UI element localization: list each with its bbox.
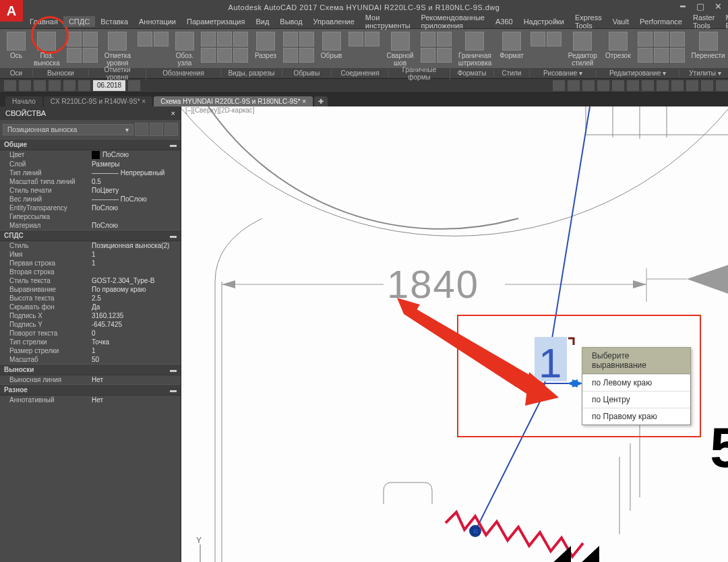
document-tab[interactable]: Начало — [5, 96, 42, 106]
ribbon-button[interactable]: Отметкауровня — [100, 32, 135, 68]
popup-item-right[interactable]: по Правому краю — [582, 408, 690, 425]
ribbon-tab[interactable]: Vault — [607, 16, 634, 27]
ribbon-small-button[interactable] — [670, 32, 685, 46]
ribbon-tab[interactable]: Raster Tools — [688, 12, 720, 31]
qat-icon[interactable] — [553, 80, 565, 91]
qat-icon[interactable] — [128, 80, 140, 91]
select-objects-icon[interactable] — [164, 123, 178, 136]
document-tab[interactable]: CX R210LC-9S и R140W-9S* × — [44, 96, 152, 106]
properties-row[interactable]: СтильПозиционная выноска(2) — [0, 241, 181, 250]
ribbon-small-button[interactable] — [530, 32, 545, 46]
ribbon-panel-label[interactable]: Граничные формы — [389, 66, 450, 81]
property-value[interactable] — [92, 268, 181, 276]
ribbon-small-button[interactable] — [638, 48, 653, 63]
ribbon-button[interactable]: Отрезок — [601, 32, 635, 68]
ribbon-small-button[interactable] — [233, 32, 248, 46]
ribbon-panel-label[interactable]: Редактирование ▾ — [597, 69, 679, 77]
ribbon-panel-label[interactable]: Утилиты ▾ — [679, 69, 728, 77]
ribbon-button[interactable]: Разрез — [251, 32, 280, 68]
ribbon-small-button[interactable] — [154, 32, 169, 46]
qat-icon[interactable] — [63, 80, 75, 91]
quick-access-toolbar[interactable]: 06.2018 — [0, 78, 728, 93]
ribbon-panel-label[interactable]: Рисование ▾ — [530, 69, 597, 77]
properties-row[interactable]: Тип стрелкиТочка — [0, 338, 181, 346]
qat-icon[interactable] — [657, 80, 669, 91]
properties-row[interactable]: ЦветПоСлою — [0, 150, 181, 160]
tab-close-icon[interactable]: × — [140, 98, 146, 105]
ribbon-tab[interactable]: СПДС — [63, 16, 95, 27]
property-value[interactable]: По правому краю — [92, 286, 181, 293]
properties-row[interactable]: Первая строка1 — [0, 259, 181, 268]
ribbon-tab[interactable]: Параметризация — [181, 16, 250, 27]
ribbon-small-button[interactable] — [299, 32, 314, 46]
qat-icon[interactable] — [627, 80, 639, 91]
ribbon-small-button[interactable] — [437, 48, 452, 63]
ribbon-tab[interactable]: Аннотации — [133, 16, 181, 27]
qat-icon[interactable] — [49, 80, 61, 91]
ribbon-tab[interactable]: A360 — [490, 16, 518, 27]
qat-icon[interactable] — [78, 80, 90, 91]
panel-close-icon[interactable]: × — [171, 109, 175, 117]
property-value[interactable]: ПоСлою — [92, 222, 181, 229]
ribbon-button[interactable]: Граничнаяштриховка — [454, 32, 496, 68]
properties-row[interactable]: СлойРазмеры — [0, 160, 181, 168]
popup-item-center[interactable]: по Центру — [582, 391, 690, 408]
ribbon-small-button[interactable] — [201, 32, 216, 46]
toggle-pickadd-icon[interactable] — [150, 123, 163, 136]
property-value[interactable]: Точка — [92, 338, 181, 346]
properties-row[interactable]: МатериалПоСлою — [0, 221, 181, 230]
ribbon-button[interactable]: Ось — [3, 32, 30, 68]
app-logo[interactable]: A — [0, 0, 23, 22]
property-value[interactable]: ПоСлою — [92, 151, 181, 159]
qat-icon[interactable] — [597, 80, 609, 91]
ribbon-tab[interactable]: Рекомендованные приложения — [416, 12, 490, 31]
qat-date-field[interactable]: 06.2018 — [93, 80, 125, 91]
properties-row[interactable]: Имя1 — [0, 250, 181, 259]
ribbon-panel-label[interactable]: Отметки уровня — [89, 66, 146, 81]
ribbon-small-button[interactable] — [283, 48, 298, 63]
ribbon-button[interactable]: Перенести — [688, 32, 728, 68]
properties-section-header[interactable]: Общие▬ — [0, 139, 181, 150]
close-button[interactable]: ✕ — [710, 0, 725, 12]
qat-icon[interactable] — [686, 80, 698, 91]
minimize-button[interactable]: ━ — [675, 0, 690, 12]
qat-icon[interactable] — [642, 80, 654, 91]
ribbon-panel-label[interactable]: Выноски — [33, 69, 89, 77]
ribbon-small-button[interactable] — [670, 48, 685, 63]
ribbon-tab[interactable]: Вид — [250, 16, 274, 27]
quick-select-icon[interactable] — [135, 123, 148, 136]
ribbon-small-button[interactable] — [654, 32, 669, 46]
ribbon-small-button[interactable] — [437, 32, 452, 46]
ribbon-small-button[interactable] — [348, 32, 363, 46]
ribbon-button[interactable]: Формат — [495, 32, 528, 68]
ribbon-small-button[interactable] — [67, 32, 82, 46]
popup-item-left[interactable]: по Левому краю — [582, 374, 690, 391]
ribbon-small-button[interactable] — [83, 32, 98, 46]
property-value[interactable]: 1 — [92, 251, 181, 258]
ribbon-tab[interactable]: Performance — [634, 16, 688, 27]
property-value[interactable]: Нет — [92, 376, 181, 383]
ribbon-small-button[interactable] — [233, 48, 248, 63]
properties-type-selector[interactable]: Позиционная выноска▾ — [3, 124, 133, 135]
ribbon-panel-label[interactable]: Форматы — [450, 69, 494, 77]
ribbon-small-button[interactable] — [365, 32, 380, 46]
ribbon-tab[interactable]: Мои инструменты — [360, 12, 416, 31]
ribbon-panel-label[interactable]: Обрывы — [282, 69, 332, 77]
property-value[interactable]: 0.5 — [92, 178, 181, 185]
ribbon-tab[interactable]: Управление — [308, 16, 360, 27]
property-value[interactable]: 0 — [92, 330, 181, 337]
qat-icon[interactable] — [671, 80, 684, 91]
qat-icon[interactable] — [4, 80, 16, 91]
property-value[interactable]: Позиционная выноска(2) — [92, 242, 181, 249]
property-value[interactable] — [92, 213, 181, 220]
ribbon-small-button[interactable] — [283, 32, 298, 46]
properties-row[interactable]: Поворот текста0 — [0, 329, 181, 338]
ribbon-panel-label[interactable]: Виды, разрезы — [221, 69, 282, 77]
property-value[interactable]: ———— ПоСлою — [92, 195, 181, 203]
property-value[interactable]: Да — [92, 303, 181, 311]
ribbon-tab[interactable]: Надстройки — [518, 16, 570, 27]
properties-row[interactable]: Скрывать фонДа — [0, 303, 181, 311]
ribbon-panel-label[interactable]: Оси — [0, 69, 33, 77]
properties-section-header[interactable]: СПДС▬ — [0, 230, 181, 241]
property-value[interactable]: 1 — [92, 259, 181, 267]
